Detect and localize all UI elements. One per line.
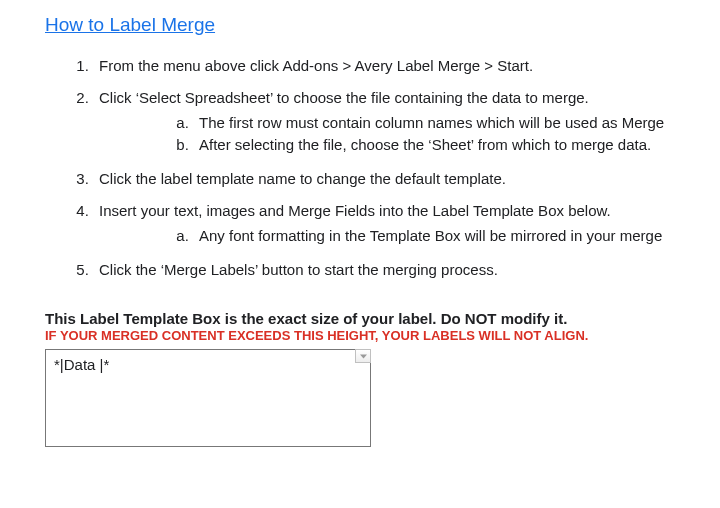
step-4-sublist: Any font formatting in the Template Box …: [99, 226, 720, 248]
step-2b: After selecting the file, choose the ‘Sh…: [193, 135, 720, 157]
step-4a: Any font formatting in the Template Box …: [193, 226, 720, 248]
step-2a: The first row must contain column names …: [193, 113, 720, 135]
size-warning: This Label Template Box is the exact siz…: [45, 310, 720, 327]
svg-marker-0: [360, 354, 367, 358]
label-template-box[interactable]: *|Data |*: [45, 349, 371, 447]
chevron-down-icon: [360, 354, 367, 359]
template-box-content: *|Data |*: [54, 356, 109, 373]
step-5: Click the ‘Merge Labels’ button to start…: [93, 254, 720, 286]
instruction-list: From the menu above click Add-ons > Aver…: [45, 50, 720, 286]
document-page: How to Label Merge From the menu above c…: [0, 0, 720, 447]
title-link[interactable]: How to Label Merge: [45, 14, 215, 36]
step-1: From the menu above click Add-ons > Aver…: [93, 50, 720, 82]
step-4: Insert your text, images and Merge Field…: [93, 195, 720, 254]
alignment-warning: IF YOUR MERGED CONTENT EXCEEDS THIS HEIG…: [45, 328, 720, 343]
step-4-text: Insert your text, images and Merge Field…: [99, 202, 611, 219]
step-2-sublist: The first row must contain column names …: [99, 113, 720, 158]
template-dropdown-handle[interactable]: [355, 349, 371, 363]
step-2-text: Click ‘Select Spreadsheet’ to choose the…: [99, 89, 589, 106]
step-2: Click ‘Select Spreadsheet’ to choose the…: [93, 82, 720, 163]
warnings-block: This Label Template Box is the exact siz…: [45, 310, 720, 343]
step-3: Click the label template name to change …: [93, 163, 720, 195]
